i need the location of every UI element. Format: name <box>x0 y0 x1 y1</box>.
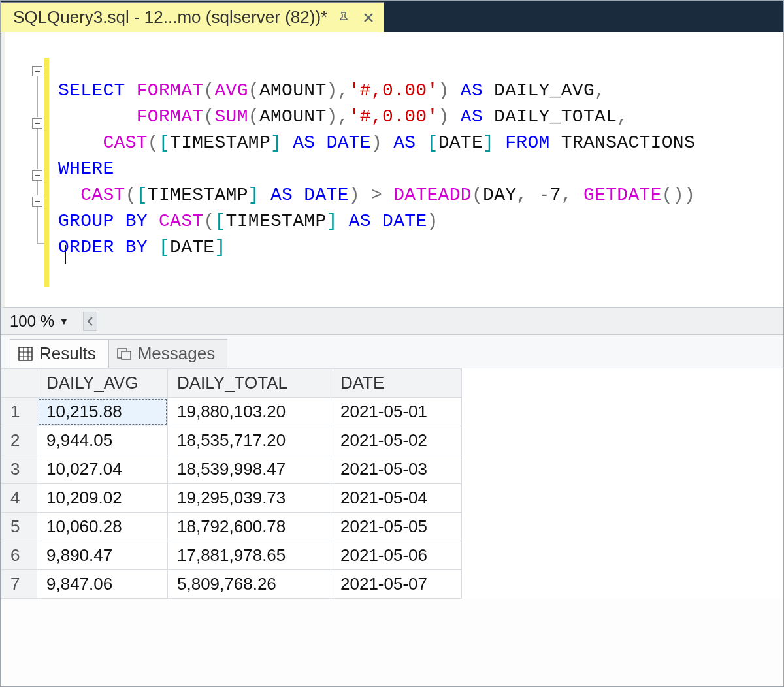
cell-daily-avg[interactable]: 9,890.47 <box>37 541 168 570</box>
grid-corner[interactable] <box>1 369 37 398</box>
fold-guide <box>37 129 38 169</box>
cell-daily-total[interactable]: 5,809,768.26 <box>168 570 331 599</box>
cell-daily-avg[interactable]: 10,215.88 <box>37 398 168 426</box>
fold-toggle-icon[interactable] <box>32 118 42 129</box>
editor-zoom-bar: 100 % ▼ <box>1 308 783 335</box>
row-header[interactable]: 3 <box>1 455 37 484</box>
column-header[interactable]: DATE <box>331 369 462 398</box>
cell-daily-total[interactable]: 19,295,039.73 <box>168 484 331 513</box>
svg-rect-0 <box>19 347 32 360</box>
cell-date[interactable]: 2021-05-07 <box>331 570 462 599</box>
table-row[interactable]: 69,890.4717,881,978.652021-05-06 <box>1 541 462 570</box>
fold-toggle-icon[interactable] <box>32 66 42 76</box>
cell-daily-total[interactable]: 19,880,103.20 <box>168 398 331 426</box>
fold-guide <box>37 207 38 243</box>
tab-results-label: Results <box>39 344 96 364</box>
row-header[interactable]: 2 <box>1 426 37 455</box>
table-row[interactable]: 110,215.8819,880,103.202021-05-01 <box>1 398 462 426</box>
sql-code-text[interactable]: SELECT FORMAT(AVG(AMOUNT),'#,0.00') AS D… <box>58 78 695 261</box>
editor-gutter <box>5 32 53 307</box>
table-row[interactable]: 310,027.0418,539,998.472021-05-03 <box>1 455 462 484</box>
fold-guide <box>37 181 38 195</box>
row-header[interactable]: 7 <box>1 570 37 599</box>
cell-daily-avg[interactable]: 9,944.05 <box>37 426 168 455</box>
table-row[interactable]: 410,209.0219,295,039.732021-05-04 <box>1 484 462 513</box>
svg-rect-2 <box>122 351 131 359</box>
messages-icon <box>117 347 131 361</box>
hscroll-left-button[interactable] <box>83 312 97 331</box>
cell-date[interactable]: 2021-05-06 <box>331 541 462 570</box>
change-marker <box>44 58 49 287</box>
table-row[interactable]: 29,944.0518,535,717.202021-05-02 <box>1 426 462 455</box>
results-grid[interactable]: DAILY_AVG DAILY_TOTAL DATE 110,215.8819,… <box>1 368 462 599</box>
zoom-dropdown[interactable]: 100 % ▼ <box>5 311 74 332</box>
cell-date[interactable]: 2021-05-02 <box>331 426 462 455</box>
row-header[interactable]: 4 <box>1 484 37 513</box>
grid-icon <box>18 347 33 361</box>
cell-daily-avg[interactable]: 9,847.06 <box>37 570 168 599</box>
table-row[interactable]: 79,847.065,809,768.262021-05-07 <box>1 570 462 599</box>
fold-end <box>37 243 44 244</box>
chevron-down-icon: ▼ <box>59 316 69 327</box>
column-header[interactable]: DAILY_AVG <box>37 369 168 398</box>
results-header-row: DAILY_AVG DAILY_TOTAL DATE <box>1 369 462 398</box>
cell-date[interactable]: 2021-05-04 <box>331 484 462 513</box>
tab-results[interactable]: Results <box>10 339 108 368</box>
column-header[interactable]: DAILY_TOTAL <box>168 369 331 398</box>
cell-daily-avg[interactable]: 10,027.04 <box>37 455 168 484</box>
pin-icon[interactable] <box>335 9 352 26</box>
document-tab-bar: SQLQuery3.sql - 12...mo (sqlserver (82))… <box>1 1 783 32</box>
fold-toggle-icon[interactable] <box>32 197 42 207</box>
cell-date[interactable]: 2021-05-05 <box>331 513 462 541</box>
cell-date[interactable]: 2021-05-03 <box>331 455 462 484</box>
cell-daily-avg[interactable]: 10,209.02 <box>37 484 168 513</box>
fold-guide <box>37 76 38 117</box>
document-tab[interactable]: SQLQuery3.sql - 12...mo (sqlserver (82))… <box>1 2 384 32</box>
cell-daily-total[interactable]: 18,792,600.78 <box>168 513 331 541</box>
zoom-value: 100 % <box>10 312 54 330</box>
row-header[interactable]: 5 <box>1 513 37 541</box>
tab-messages[interactable]: Messages <box>108 339 228 368</box>
row-header[interactable]: 6 <box>1 541 37 570</box>
table-row[interactable]: 510,060.2818,792,600.782021-05-05 <box>1 513 462 541</box>
cell-daily-avg[interactable]: 10,060.28 <box>37 513 168 541</box>
sql-editor[interactable]: SELECT FORMAT(AVG(AMOUNT),'#,0.00') AS D… <box>1 32 783 308</box>
row-header[interactable]: 1 <box>1 398 37 426</box>
cell-daily-total[interactable]: 18,539,998.47 <box>168 455 331 484</box>
results-tab-bar: Results Messages <box>1 335 783 368</box>
document-tab-title: SQLQuery3.sql - 12...mo (sqlserver (82))… <box>13 7 327 27</box>
close-icon[interactable] <box>360 9 377 26</box>
tab-messages-label: Messages <box>138 344 216 364</box>
cell-daily-total[interactable]: 17,881,978.65 <box>168 541 331 570</box>
results-grid-panel: DAILY_AVG DAILY_TOTAL DATE 110,215.8819,… <box>1 368 783 599</box>
cell-date[interactable]: 2021-05-01 <box>331 398 462 426</box>
cell-daily-total[interactable]: 18,535,717.20 <box>168 426 331 455</box>
fold-toggle-icon[interactable] <box>32 170 42 181</box>
